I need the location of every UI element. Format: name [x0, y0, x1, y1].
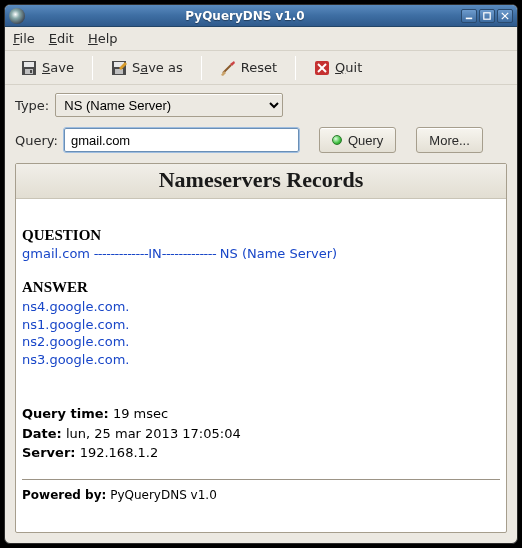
answer-item[interactable]: ns4.google.com.	[22, 298, 500, 316]
broom-icon	[220, 60, 236, 76]
app-icon	[9, 8, 25, 24]
svg-rect-1	[484, 12, 490, 18]
question-class: IN	[148, 246, 162, 261]
question-title: QUESTION	[22, 227, 500, 244]
app-window: PyQueryDNS v1.0 File Edit Help Save Save…	[4, 4, 518, 544]
answer-item[interactable]: ns1.google.com.	[22, 316, 500, 334]
window-title: PyQueryDNS v1.0	[29, 9, 461, 23]
type-select[interactable]: NS (Name Server)	[55, 93, 283, 117]
titlebar[interactable]: PyQueryDNS v1.0	[5, 5, 517, 27]
question-name[interactable]: gmail.com	[22, 246, 90, 261]
controls-area: Type: NS (Name Server) Query: Query More…	[5, 85, 517, 157]
results-frame: Nameservers Records QUESTION gmail.com -…	[15, 163, 507, 533]
answer-list: ns4.google.com. ns1.google.com. ns2.goog…	[22, 298, 500, 368]
maximize-button[interactable]	[479, 9, 495, 23]
question-type: NS (Name Server)	[220, 246, 337, 261]
toolbar: Save Save as Reset Quit	[5, 51, 517, 85]
answer-item[interactable]: ns3.google.com.	[22, 351, 500, 369]
separator	[295, 56, 296, 80]
divider	[22, 479, 500, 480]
query-time-label: Query time:	[22, 406, 109, 421]
reset-button[interactable]: Reset	[212, 56, 285, 80]
menu-help[interactable]: Help	[88, 31, 118, 46]
query-label: Query:	[15, 133, 58, 148]
date-value: lun, 25 mar 2013 17:05:04	[66, 426, 241, 441]
run-icon	[332, 135, 342, 145]
separator	[92, 56, 93, 80]
results-body: QUESTION gmail.com -------------IN------…	[16, 199, 506, 510]
quit-button[interactable]: Quit	[306, 56, 370, 80]
query-input[interactable]	[64, 128, 299, 152]
svg-rect-7	[30, 70, 32, 73]
close-button[interactable]	[497, 9, 513, 23]
answer-item[interactable]: ns2.google.com.	[22, 333, 500, 351]
floppy-icon	[21, 60, 37, 76]
server-label: Server:	[22, 445, 76, 460]
server-value: 192.168.1.2	[80, 445, 159, 460]
menubar: File Edit Help	[5, 27, 517, 51]
minimize-button[interactable]	[461, 9, 477, 23]
query-time-value: 19 msec	[113, 406, 168, 421]
separator	[201, 56, 202, 80]
question-line: gmail.com -------------IN------------- N…	[22, 246, 500, 261]
svg-rect-10	[115, 69, 123, 74]
type-label: Type:	[15, 98, 49, 113]
meta-block: Query time: 19 msec Date: lun, 25 mar 20…	[22, 404, 500, 463]
query-button[interactable]: Query	[319, 127, 396, 153]
results-header: Nameservers Records	[16, 164, 506, 199]
answer-title: ANSWER	[22, 279, 500, 296]
menu-edit[interactable]: Edit	[49, 31, 74, 46]
floppy-pen-icon	[111, 60, 127, 76]
date-label: Date:	[22, 426, 62, 441]
svg-rect-0	[466, 17, 472, 19]
close-icon	[314, 60, 330, 76]
svg-rect-5	[24, 62, 34, 67]
save-as-button[interactable]: Save as	[103, 56, 191, 80]
more-button[interactable]: More...	[416, 127, 482, 153]
powered-by: Powered by: PyQueryDNS v1.0	[22, 488, 500, 502]
save-button[interactable]: Save	[13, 56, 82, 80]
menu-file[interactable]: File	[13, 31, 35, 46]
